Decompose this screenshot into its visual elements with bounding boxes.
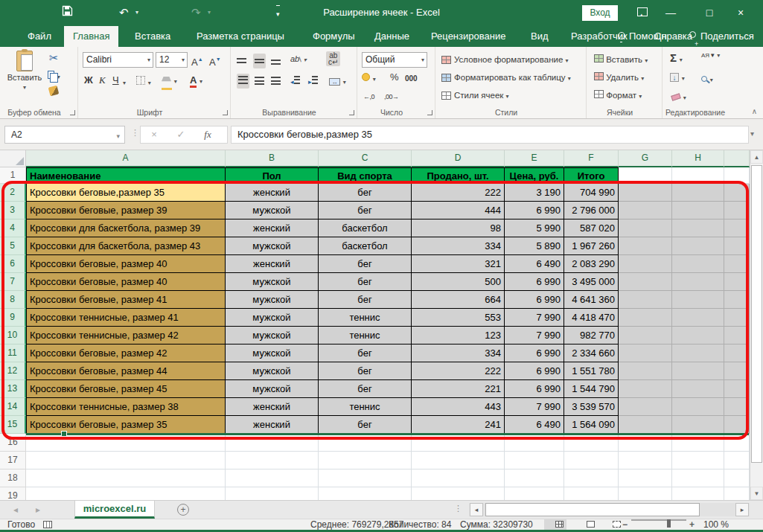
formula-input[interactable]: Кроссовки беговые,размер 35 xyxy=(231,126,749,144)
number-format-combo[interactable]: Общий▾ xyxy=(362,52,427,68)
vertical-scroll-thumb[interactable] xyxy=(751,165,762,463)
cell[interactable]: 4 641 360 xyxy=(564,291,619,309)
empty-cell[interactable] xyxy=(505,434,564,452)
cell[interactable]: 222 xyxy=(412,362,505,380)
align-center-icon[interactable] xyxy=(255,75,264,89)
cell[interactable]: 6 990 xyxy=(505,362,564,380)
tab-developer[interactable]: Разработчик xyxy=(562,26,636,47)
selected-empty-cell[interactable] xyxy=(672,380,724,398)
name-box-dropdown-icon[interactable]: ▾ xyxy=(116,128,120,144)
borders-icon[interactable]: ▾ xyxy=(136,75,151,90)
cell[interactable]: 1 967 260 xyxy=(564,237,619,255)
cell[interactable]: теннис xyxy=(319,398,412,416)
cell[interactable]: бег xyxy=(319,344,412,362)
selected-empty-cell[interactable] xyxy=(619,398,672,416)
cell[interactable]: мужской xyxy=(226,309,319,327)
cell[interactable]: Кроссовки беговые, размер 44 xyxy=(26,362,226,380)
prev-sheet-icon[interactable]: ◂ xyxy=(13,504,18,515)
fill-handle[interactable] xyxy=(61,431,67,437)
select-all-corner[interactable] xyxy=(0,150,26,167)
selected-empty-cell[interactable] xyxy=(724,255,750,273)
cell[interactable]: мужской xyxy=(226,344,319,362)
selected-empty-cell[interactable] xyxy=(724,380,750,398)
selected-empty-cell[interactable] xyxy=(724,309,750,327)
empty-cell[interactable] xyxy=(564,469,619,487)
cell[interactable]: Кроссовки теннисные, размер 41 xyxy=(26,309,226,327)
cell[interactable]: баскетбол xyxy=(319,219,412,237)
cell[interactable]: теннис xyxy=(319,309,412,327)
cell[interactable]: 6 990 xyxy=(505,291,564,309)
row-header-9[interactable]: 9 xyxy=(0,309,26,327)
expand-formula-bar-icon[interactable]: ▾ xyxy=(750,129,754,138)
selected-empty-cell[interactable] xyxy=(672,237,724,255)
zoom-out-icon[interactable]: − xyxy=(622,519,628,531)
empty-cell[interactable] xyxy=(724,487,750,500)
maximize-button[interactable]: □ xyxy=(698,4,721,21)
empty-cell[interactable] xyxy=(412,452,505,469)
cell[interactable]: Кроссовки беговые, размер 35 xyxy=(26,416,226,434)
empty-cell[interactable] xyxy=(319,452,412,469)
column-header-E[interactable]: E xyxy=(505,150,564,167)
row-header-1[interactable]: 1 xyxy=(0,167,26,184)
underline-dropdown-icon[interactable]: ▾ xyxy=(123,77,126,90)
column-header-C[interactable]: C xyxy=(319,150,412,167)
selected-empty-cell[interactable] xyxy=(724,184,750,202)
empty-cell[interactable] xyxy=(226,452,319,469)
empty-cell[interactable] xyxy=(672,434,724,452)
empty-cell[interactable] xyxy=(505,469,564,487)
fill-color-icon[interactable]: ▾ xyxy=(162,74,177,90)
wrap-text-icon[interactable]: abc↵ xyxy=(326,51,340,66)
cell[interactable]: женский xyxy=(226,184,319,202)
tab-file[interactable]: Файл xyxy=(19,26,60,47)
cell[interactable]: 1 544 790 xyxy=(564,380,619,398)
cell[interactable]: 3 539 570 xyxy=(564,398,619,416)
cell[interactable]: 553 xyxy=(412,309,505,327)
row-header-15[interactable]: 15 xyxy=(0,416,26,434)
cell[interactable]: мужской xyxy=(226,202,319,219)
cell[interactable]: бег xyxy=(319,380,412,398)
name-box[interactable]: A2▾ xyxy=(4,126,125,144)
cell[interactable]: 587 020 xyxy=(564,219,619,237)
empty-cell[interactable] xyxy=(619,167,672,184)
align-bottom-icon[interactable] xyxy=(271,55,281,68)
row-header-4[interactable]: 4 xyxy=(0,219,26,237)
row-header-12[interactable]: 12 xyxy=(0,362,26,380)
tab-help[interactable]: Справка xyxy=(645,26,701,47)
cell[interactable]: Кроссовки беговые, размер 39 xyxy=(26,202,226,219)
selected-empty-cell[interactable] xyxy=(672,291,724,309)
cell[interactable]: женский xyxy=(226,219,319,237)
fill-button[interactable]: ↓ ▾ xyxy=(670,71,685,86)
selected-empty-cell[interactable] xyxy=(619,255,672,273)
selected-empty-cell[interactable] xyxy=(724,344,750,362)
cell[interactable]: Кроссовки беговые, размер 42 xyxy=(26,344,226,362)
enter-entry-icon[interactable]: ✓ xyxy=(167,126,194,143)
format-cells-button[interactable]: Формат ▾ xyxy=(594,87,642,103)
cancel-entry-icon[interactable]: × xyxy=(141,126,167,143)
cell[interactable]: бег xyxy=(319,362,412,380)
increase-indent-icon[interactable]: ▸ xyxy=(308,75,318,89)
cell[interactable]: 443 xyxy=(412,398,505,416)
tab-page-layout[interactable]: Разметка страницы xyxy=(188,26,293,47)
cell-styles-button[interactable]: Стили ячеек ▾ xyxy=(441,87,509,103)
clipboard-dialog-launcher-icon[interactable] xyxy=(70,110,75,115)
clear-button[interactable]: ▾ xyxy=(671,90,686,105)
decrease-indent-icon[interactable]: ◂ xyxy=(290,75,300,89)
cell[interactable]: женский xyxy=(226,255,319,273)
selected-empty-cell[interactable] xyxy=(672,398,724,416)
selected-empty-cell[interactable] xyxy=(724,237,750,255)
view-page-break-button[interactable] xyxy=(601,519,624,531)
cell[interactable]: бег xyxy=(319,291,412,309)
selected-empty-cell[interactable] xyxy=(672,273,724,291)
bold-button[interactable]: Ж xyxy=(84,74,93,87)
align-right-icon[interactable] xyxy=(271,75,281,89)
cell[interactable]: 6 990 xyxy=(505,344,564,362)
selected-empty-cell[interactable] xyxy=(619,202,672,219)
row-header-16[interactable]: 16 xyxy=(0,434,26,452)
empty-cell[interactable] xyxy=(412,434,505,452)
autosum-button[interactable]: Σ ▾ xyxy=(670,51,683,67)
cell[interactable]: бег xyxy=(319,184,412,202)
cell[interactable]: мужской xyxy=(226,327,319,344)
cell[interactable]: 334 xyxy=(412,344,505,362)
selected-empty-cell[interactable] xyxy=(724,362,750,380)
cell[interactable]: мужской xyxy=(226,291,319,309)
